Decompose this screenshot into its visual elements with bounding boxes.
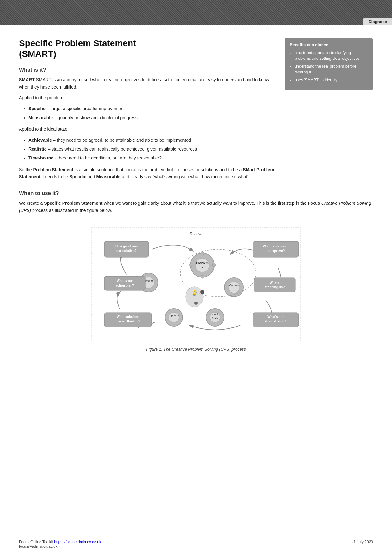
diagnose-tab: Diagnose <box>363 18 392 25</box>
svg-text:What's our: What's our <box>267 315 284 319</box>
left-column: Specific Problem Statement (SMART) What … <box>19 38 275 184</box>
svg-text:to improve?: to improve? <box>266 249 285 253</box>
svg-point-7 <box>212 264 216 267</box>
benefits-title: Benefits at a glance.... <box>290 42 368 47</box>
svg-text:What's: What's <box>270 281 280 284</box>
svg-text:💡: 💡 <box>191 290 198 297</box>
bullet-measurable: Measurable – quantify or show an indicat… <box>28 114 275 121</box>
svg-point-4 <box>201 252 204 255</box>
footer-link[interactable]: https://focus.admin.ox.ac.uk <box>54 540 101 544</box>
summary-text: So the Problem Statement is a simple sen… <box>19 166 275 180</box>
top-section: Specific Problem Statement (SMART) What … <box>19 38 373 184</box>
benefits-list: structured approach to clarifying proble… <box>295 50 368 83</box>
svg-text:What's our: What's our <box>117 279 133 283</box>
benefit-item-1: structured approach to clarifying proble… <box>295 50 368 61</box>
footer: Focus Online Toolkit https://focus.admin… <box>19 540 373 549</box>
applied-ideal-label: Applied to the ideal state: <box>19 126 275 133</box>
benefits-box: Benefits at a glance.... structured appr… <box>285 38 373 90</box>
svg-text:desired state?: desired state? <box>265 320 286 323</box>
problem-bullets-list: Specific – target a specific area for im… <box>28 105 275 121</box>
footer-left: Focus Online Toolkit https://focus.admin… <box>19 540 101 549</box>
svg-point-3 <box>195 258 209 272</box>
svg-point-6 <box>189 264 192 267</box>
bullet-specific: Specific – target a specific area for im… <box>28 105 275 112</box>
page-title: Specific Problem Statement (SMART) <box>19 38 275 59</box>
svg-text:Causes: Causes <box>229 284 239 287</box>
footer-toolkit-text: Focus Online Toolkit <box>19 540 54 544</box>
svg-text:●: ● <box>201 266 203 269</box>
bullet-timebound: Time-bound - there need to be deadlines,… <box>28 154 275 161</box>
smart-intro: SMART SMART is an acronym used when crea… <box>19 76 275 90</box>
main-content: Specific Problem Statement (SMART) What … <box>0 25 392 374</box>
diagram-container: Results <box>19 224 373 352</box>
bullet-realistic: Realistic – states what results can real… <box>28 146 275 153</box>
svg-text:stopping us?: stopping us? <box>265 285 285 289</box>
ideal-bullets-list: Achievable – they need to be agreed, to … <box>28 137 275 162</box>
footer-right: v1 July 2020 <box>352 540 373 549</box>
svg-rect-31 <box>254 278 295 292</box>
cps-diagram-svg: Results <box>89 224 303 344</box>
when-to-use-text: We create a Specific Problem Statement w… <box>19 200 373 214</box>
svg-text:State: State <box>212 317 218 320</box>
header-texture <box>0 0 392 25</box>
benefit-item-2: understand the real problem before tackl… <box>295 64 368 75</box>
svg-text:Options: Options <box>169 314 179 317</box>
svg-text:What solutions: What solutions <box>117 315 139 319</box>
svg-point-44 <box>194 302 198 305</box>
header-banner: Diagnose <box>0 0 392 25</box>
bullet-achievable: Achievable – they need to be agreed, to … <box>28 137 275 144</box>
footer-version: v1 July 2020 <box>352 540 373 544</box>
when-to-use-heading: When to use it? <box>19 190 373 196</box>
svg-text:Ideal: Ideal <box>212 313 218 316</box>
svg-text:can we think of?: can we think of? <box>116 320 140 323</box>
svg-text:Results: Results <box>190 232 202 236</box>
footer-email: focus@admin.ox.ac.uk <box>19 544 58 549</box>
svg-text:What do we want: What do we want <box>263 245 289 248</box>
figure-caption: Figure 1: The Creative Problem Solving (… <box>146 347 246 352</box>
svg-point-5 <box>201 275 204 278</box>
svg-text:action plan?: action plan? <box>116 284 134 287</box>
svg-text:How good was: How good was <box>115 245 138 248</box>
svg-text:Problem: Problem <box>196 261 209 265</box>
svg-point-23 <box>186 287 203 307</box>
what-is-it-heading: What is it? <box>19 67 275 73</box>
svg-point-43 <box>200 290 204 294</box>
applied-problem-label: Applied to the problem: <box>19 94 275 101</box>
svg-text:our solution?: our solution? <box>116 249 137 253</box>
benefit-item-3: uses 'SMART' to identify <box>295 78 368 83</box>
svg-point-14 <box>228 282 240 293</box>
svg-rect-34 <box>104 276 145 290</box>
cps-diagram: Results <box>89 224 303 344</box>
